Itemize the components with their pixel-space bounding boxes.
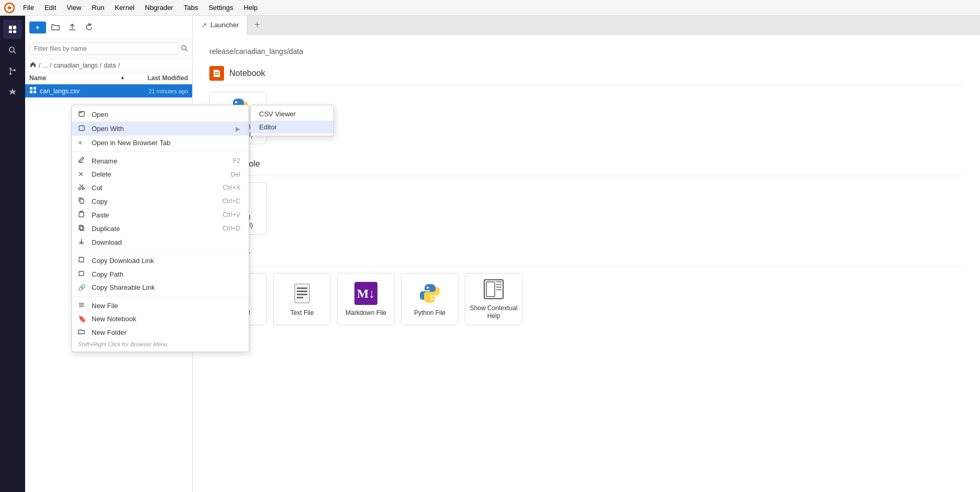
ctx-copy-path-icon [78, 270, 87, 278]
ctx-delete[interactable]: ✕ Delete Del [72, 168, 249, 181]
ctx-copy-download-link[interactable]: Copy Download Link [72, 254, 249, 267]
extensions-icon[interactable] [3, 83, 22, 102]
ctx-copy-path[interactable]: Copy Path [72, 267, 249, 281]
card-text-file[interactable]: Text File [273, 273, 331, 325]
search-sidebar-icon[interactable] [3, 41, 22, 60]
menu-tabs[interactable]: Tabs [180, 3, 202, 13]
svg-rect-16 [34, 91, 36, 93]
svg-rect-39 [295, 284, 309, 303]
breadcrumb-canadian[interactable]: canadian_langs [54, 62, 98, 69]
git-icon[interactable] [3, 62, 22, 81]
new-button[interactable]: + [29, 21, 46, 34]
search-icon [181, 45, 188, 53]
ctx-open-browser-label: Open in New Browser Tab [92, 139, 240, 147]
ctx-new-notebook[interactable]: 🔖 New Notebook [72, 312, 249, 325]
section-notebook-title: Notebook [229, 69, 265, 78]
context-menu: Open Open With ▶ + Open in New Browser T… [71, 105, 249, 352]
ctx-download-label: Download [92, 238, 240, 246]
ctx-cut-shortcut: Ctrl+X [222, 184, 240, 191]
tab-add-button[interactable]: + [248, 16, 266, 35]
python-file-card-label: Python File [414, 309, 446, 318]
ctx-cut-icon [78, 183, 87, 192]
upload-button[interactable] [65, 20, 80, 35]
card-contextual-help[interactable]: Show Contextual Help [465, 273, 522, 325]
section-other: $_ Other $_ Terminal [209, 247, 963, 325]
svg-point-20 [79, 188, 81, 190]
ctx-cut[interactable]: Cut Ctrl+X [72, 181, 249, 194]
svg-rect-18 [79, 126, 84, 130]
menu-edit[interactable]: Edit [40, 3, 60, 13]
launcher-path: release/canadian_langs/data [209, 47, 963, 56]
ctx-new-file-icon [78, 301, 87, 310]
card-python-file[interactable]: Python File [401, 273, 459, 325]
menu-settings[interactable]: Settings [204, 3, 237, 13]
submenu-csv-viewer[interactable]: CSV Viewer [251, 107, 333, 121]
ctx-open-browser[interactable]: + Open in New Browser Tab [72, 136, 249, 149]
home-folder-icon[interactable] [29, 61, 37, 70]
ctx-open-with[interactable]: Open With ▶ [72, 122, 249, 136]
app-logo [4, 3, 15, 13]
sidebar-toolbar: + [25, 16, 192, 39]
search-input[interactable] [29, 42, 179, 55]
svg-rect-26 [80, 226, 84, 231]
svg-line-23 [81, 184, 83, 187]
ctx-copy-dl-label: Copy Download Link [92, 257, 240, 265]
files-icon[interactable] [3, 20, 22, 39]
breadcrumb-ellipsis[interactable]: ... [42, 62, 48, 69]
submenu-csv-label: CSV Viewer [259, 110, 296, 118]
ctx-copy[interactable]: Copy Ctrl+C [72, 194, 249, 208]
tab-launcher[interactable]: ↗ Launcher [193, 16, 248, 35]
breadcrumb: / ... / canadian_langs / data / [25, 59, 192, 72]
search-bar [25, 39, 192, 59]
sidebar: + [25, 16, 193, 492]
svg-rect-29 [79, 271, 84, 276]
ctx-copy-icon [78, 197, 87, 205]
card-markdown[interactable]: M↓ Markdown File [337, 273, 395, 325]
ctx-cut-label: Cut [92, 184, 222, 192]
ctx-plus-icon: + [78, 138, 87, 147]
ctx-copy-path-label: Copy Path [92, 270, 240, 278]
svg-rect-15 [30, 91, 32, 93]
menu-run[interactable]: Run [87, 3, 108, 13]
ctx-rename[interactable]: Rename F2 [72, 154, 249, 168]
ctx-download-icon [78, 238, 87, 246]
ctx-new-notebook-label: New Notebook [92, 315, 240, 323]
submenu-editor[interactable]: Editor [251, 121, 333, 134]
ctx-download[interactable]: Download [72, 235, 249, 249]
name-col-header: Name [29, 74, 120, 82]
breadcrumb-data[interactable]: data [104, 62, 116, 69]
section-notebook-header: Notebook [209, 66, 963, 85]
ctx-duplicate[interactable]: Duplicate Ctrl+D [72, 222, 249, 235]
menu-help[interactable]: Help [239, 3, 262, 13]
ctx-duplicate-icon [78, 224, 87, 233]
ctx-new-folder-label: New Folder [92, 329, 240, 336]
svg-point-45 [431, 298, 433, 300]
ctx-new-folder[interactable]: New Folder [72, 325, 249, 339]
file-grid-icon [29, 86, 37, 95]
svg-rect-4 [13, 30, 16, 33]
textfile-card-icon [289, 281, 315, 306]
svg-point-11 [182, 46, 186, 50]
sort-icon: ▲ [120, 74, 125, 82]
ctx-paste[interactable]: Paste Ctrl+V [72, 208, 249, 222]
ctx-rename-shortcut: F2 [233, 157, 240, 165]
svg-rect-27 [79, 225, 83, 229]
svg-rect-28 [79, 257, 84, 262]
ctx-new-file[interactable]: New File [72, 299, 249, 312]
ctx-open[interactable]: Open [72, 107, 249, 122]
menu-nbgrader[interactable]: Nbgrader [141, 3, 177, 13]
refresh-button[interactable] [82, 20, 96, 35]
file-list-header[interactable]: Name ▲ Last Modified [25, 72, 192, 84]
ctx-link-icon: 🔗 [78, 284, 87, 291]
tab-launcher-icon: ↗ [201, 21, 207, 29]
ctx-copy-shareable[interactable]: 🔗 Copy Shareable Link [72, 281, 249, 294]
breadcrumb-sep2: / [50, 62, 51, 69]
ctx-rename-label: Rename [92, 157, 233, 165]
ctx-delete-icon: ✕ [78, 170, 87, 178]
menu-kernel[interactable]: Kernel [110, 3, 139, 13]
ctx-duplicate-label: Duplicate [92, 225, 222, 233]
menu-view[interactable]: View [62, 3, 85, 13]
open-folder-button[interactable] [48, 20, 63, 35]
menu-file[interactable]: File [19, 3, 38, 13]
list-item[interactable]: can_langs.csv 21 minutes ago [25, 84, 192, 97]
